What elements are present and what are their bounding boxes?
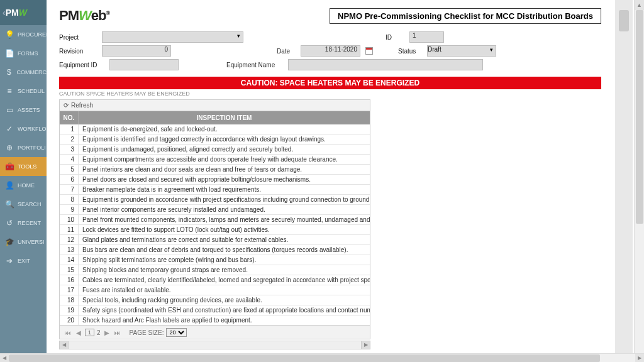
- calendar-icon[interactable]: [365, 47, 373, 55]
- nav-recent[interactable]: ↺RECENT: [0, 214, 47, 233]
- table-row[interactable]: 4Equipment compartments are accessible a…: [60, 155, 370, 165]
- pager-first-icon[interactable]: ⏮: [64, 329, 72, 336]
- row-item: Equipment is undamaged, positioned, alig…: [79, 145, 370, 154]
- app-logo-small: ‹PMW: [0, 0, 47, 25]
- nav-exit-icon: ➔: [5, 256, 14, 265]
- equipment-id-field[interactable]: [109, 59, 179, 70]
- table-row[interactable]: 2Equipment is identified and tagged corr…: [60, 134, 370, 145]
- nav-tools-icon: 🧰: [5, 162, 14, 171]
- table-row[interactable]: 7Breaker nameplate data is in agreement …: [60, 185, 370, 195]
- equipment-name-field[interactable]: [288, 59, 483, 70]
- scroll-right-icon[interactable]: ▶: [361, 341, 370, 349]
- row-item: Bus bars are clean and clear of debris a…: [79, 245, 370, 255]
- equipment-id-label: Equipment ID: [59, 62, 104, 69]
- equipment-name-label: Equipment Name: [226, 62, 283, 69]
- table-row[interactable]: 13Bus bars are clean and clear of debris…: [60, 245, 370, 255]
- page-scroll-right-icon[interactable]: ▶: [635, 354, 644, 362]
- row-number: 9: [60, 205, 79, 214]
- row-item: Shock hazard and Arc Flash labels are ap…: [79, 315, 370, 325]
- pager-page-1[interactable]: 1: [85, 329, 94, 336]
- page-scroll-thumb[interactable]: [9, 354, 600, 362]
- nav-commercial-icon: $: [5, 68, 13, 77]
- status-select[interactable]: Draft: [427, 45, 496, 57]
- secondary-panel: [615, 0, 633, 357]
- nav-recent-label: RECENT: [18, 220, 41, 226]
- nav-assets-label: ASSETS: [18, 107, 40, 113]
- caution-subtext: CAUTION SPACE HEATERS MAY BE ENERGIZED: [59, 89, 601, 99]
- row-number: 8: [60, 195, 79, 204]
- vertical-scroll-thumb[interactable]: [636, 10, 643, 224]
- table-row[interactable]: 6Panel doors are closed and secured with…: [60, 175, 370, 185]
- nav-workflow[interactable]: ✓WORKFLO: [0, 119, 47, 138]
- table-row[interactable]: 14Shipping split terminations are comple…: [60, 255, 370, 265]
- nav-university[interactable]: 🎓UNIVERSI: [0, 233, 47, 251]
- id-field[interactable]: 1: [409, 31, 444, 43]
- nav-search-label: SEARCH: [18, 201, 42, 207]
- nav-procurement[interactable]: 💡PROCUREM: [0, 25, 47, 44]
- table-row[interactable]: 17Fuses are installed or available.: [60, 285, 370, 295]
- page-horizontal-scrollbar[interactable]: ◀ ▶: [0, 353, 644, 362]
- nav-university-label: UNIVERSI: [18, 239, 45, 245]
- nav-procurement-label: PROCUREM: [18, 31, 47, 38]
- table-row[interactable]: 18Special tools, including racking groun…: [60, 295, 370, 305]
- table-row[interactable]: 11Lock devices are fitted to support LOT…: [60, 225, 370, 235]
- row-number: 6: [60, 175, 79, 184]
- nav-tools-label: TOOLS: [18, 163, 36, 170]
- nav-search[interactable]: 🔍SEARCH: [0, 195, 47, 214]
- table-row[interactable]: 3Equipment is undamaged, positioned, ali…: [60, 145, 370, 155]
- row-number: 16: [60, 275, 79, 285]
- nav-assets-icon: ▭: [5, 106, 14, 114]
- id-label: ID: [386, 34, 404, 41]
- pager-last-icon[interactable]: ⏭: [113, 329, 122, 336]
- table-row[interactable]: 5Panel interiors are clean and door seal…: [60, 165, 370, 175]
- row-item: Equipment is de-energized, safe and lock…: [79, 124, 370, 134]
- table-row[interactable]: 12Gland plates and terminations are corr…: [60, 235, 370, 245]
- project-select[interactable]: [102, 31, 243, 43]
- pager: ⏮ ◀ 1 2 ▶ ⏭ PAGE SIZE: 20: [60, 326, 370, 339]
- nav-schedule-label: SCHEDUL: [18, 88, 45, 94]
- date-field[interactable]: 18-11-2020: [301, 45, 360, 57]
- row-number: 11: [60, 225, 79, 234]
- row-item: Safety signs (coordinated with ESH and c…: [79, 305, 370, 315]
- table-row[interactable]: 10Panel front mounted components, indica…: [60, 215, 370, 225]
- refresh-icon[interactable]: ⟳: [64, 102, 69, 109]
- nav-schedule[interactable]: ≡SCHEDUL: [0, 82, 47, 101]
- secondary-scroll-thumb[interactable]: [619, 10, 629, 31]
- table-row[interactable]: 8Equipment is grounded in accordance wit…: [60, 195, 370, 205]
- revision-field[interactable]: 0: [102, 45, 171, 57]
- nav-forms[interactable]: 📄FORMS: [0, 44, 47, 63]
- pager-next-icon[interactable]: ▶: [103, 329, 111, 336]
- row-item: Gland plates and terminations are correc…: [79, 235, 370, 244]
- nav-workflow-label: WORKFLO: [18, 126, 47, 132]
- nav-commercial[interactable]: $COMMERC: [0, 63, 47, 82]
- row-item: Lock devices are fitted to support LOTO …: [79, 225, 370, 234]
- nav-assets[interactable]: ▭ASSETS: [0, 101, 47, 119]
- revision-label: Revision: [59, 48, 97, 55]
- pager-prev-icon[interactable]: ◀: [75, 329, 82, 336]
- page-scroll-left-icon[interactable]: ◀: [0, 354, 9, 362]
- page-size-label: PAGE SIZE:: [130, 329, 164, 336]
- nav-tools[interactable]: 🧰TOOLS: [0, 157, 47, 176]
- page-size-select[interactable]: 20: [166, 328, 187, 337]
- table-row[interactable]: 9Panel interior components are securely …: [60, 205, 370, 215]
- table-row[interactable]: 16Cables are terminated, clearly identif…: [60, 275, 370, 285]
- nav-portfolio[interactable]: ⊕PORTFOLI: [0, 138, 47, 157]
- table-row[interactable]: 19Safety signs (coordinated with ESH and…: [60, 305, 370, 315]
- table-row[interactable]: 15Shipping blocks and temporary ground s…: [60, 265, 370, 275]
- scroll-up-icon[interactable]: ▲: [635, 0, 644, 10]
- row-number: 3: [60, 145, 79, 154]
- nav-schedule-icon: ≡: [5, 87, 14, 96]
- pager-page-2[interactable]: 2: [97, 329, 101, 336]
- refresh-button[interactable]: Refresh: [71, 102, 93, 109]
- table-row[interactable]: 1Equipment is de-energized, safe and loc…: [60, 124, 370, 134]
- nav-recent-icon: ↺: [5, 219, 14, 228]
- nav-portfolio-icon: ⊕: [5, 143, 14, 152]
- table-row[interactable]: 20Shock hazard and Arc Flash labels are …: [60, 315, 370, 326]
- row-item: Breaker nameplate data is in agreement w…: [79, 185, 370, 194]
- nav-exit[interactable]: ➔EXIT: [0, 251, 47, 270]
- nav-home[interactable]: 👤HOME: [0, 176, 47, 195]
- vertical-scrollbar[interactable]: ▲: [634, 0, 644, 357]
- row-item: Equipment compartments are accessible an…: [79, 155, 370, 164]
- scroll-left-icon[interactable]: ◀: [60, 341, 69, 349]
- grid-horizontal-scrollbar[interactable]: ◀ ▶: [59, 341, 370, 349]
